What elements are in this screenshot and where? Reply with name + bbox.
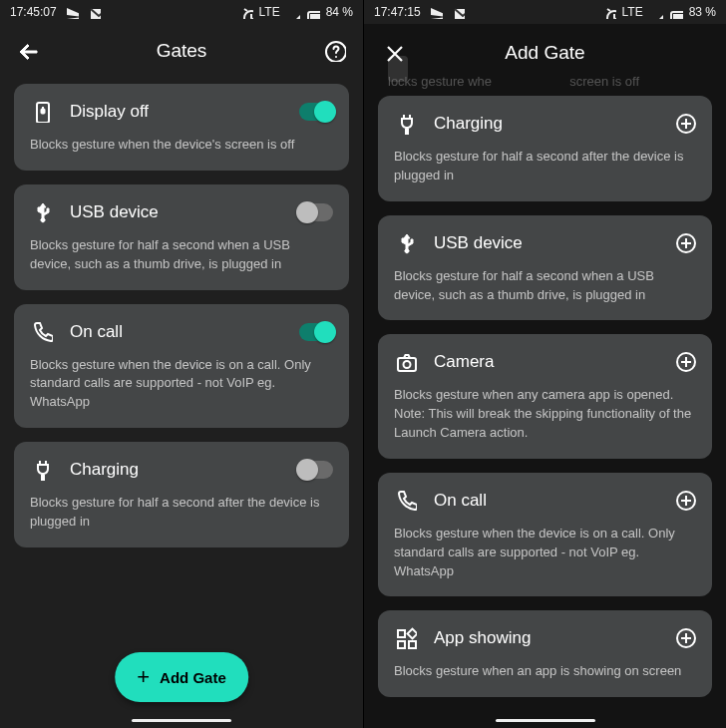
toggle-display-off[interactable] [299,103,333,121]
gate-desc: Blocks gesture for half a second when a … [30,236,333,274]
status-network: LTE [622,5,643,19]
add-gate-on-call[interactable]: On call Blocks gesture when the device i… [378,473,712,597]
usb-icon [30,200,54,224]
add-button[interactable] [676,491,696,511]
gate-on-call[interactable]: On call Blocks gesture when the device i… [14,304,349,429]
sheet-title: Add Gate [418,42,672,64]
phone-icon [394,489,418,513]
plug-icon [30,458,54,482]
add-gate-camera[interactable]: Camera Blocks gesture when any camera ap… [378,334,712,459]
status-battery: 84 % [326,5,353,19]
gate-desc: Blocks gesture when any camera app is op… [394,386,696,443]
telegram-icon [65,5,79,19]
alarm-icon [602,5,616,19]
gate-display-off[interactable]: Display off Blocks gesture when the devi… [14,84,349,171]
alarm-icon [239,5,253,19]
toggle-charging[interactable] [299,461,333,479]
battery-icon [306,5,320,19]
status-network: LTE [259,5,280,19]
status-bar: 17:45:07 LTE 84 % [0,0,363,24]
toggle-on-call[interactable] [299,323,333,341]
signal-icon [649,5,663,19]
telegram-icon [429,5,443,19]
signal-icon [286,5,300,19]
gate-desc: Blocks gesture for half a second when a … [394,267,696,305]
sheet-app-bar: Add Gate [378,24,712,82]
mail-icon [451,5,465,19]
gate-title: Camera [434,352,660,372]
nav-handle[interactable] [496,719,595,722]
add-gate-charging[interactable]: Charging Blocks gesture for half a secon… [378,96,712,201]
apps-icon [394,626,418,650]
help-button[interactable] [321,37,349,65]
status-battery: 83 % [689,5,716,19]
gate-title: On call [434,491,660,511]
close-button[interactable] [380,39,408,67]
gate-desc: Blocks gesture when the device's screen … [30,136,333,155]
gate-title: USB device [70,202,283,222]
gate-title: USB device [434,233,660,253]
back-button[interactable] [14,37,42,65]
add-button[interactable] [676,114,696,134]
add-gate-fab[interactable]: + Add Gate [115,652,248,702]
plus-icon: + [137,666,150,688]
gate-charging[interactable]: Charging Blocks gesture for half a secon… [14,442,349,547]
mail-icon [87,5,101,19]
gate-usb-device[interactable]: USB device Blocks gesture for half a sec… [14,184,349,290]
gate-title: App showing [434,628,660,648]
gate-title: Charging [70,460,283,480]
gate-desc: Blocks gesture for half a second after t… [30,494,333,532]
gate-desc: Blocks gesture when the device is on a c… [394,525,696,581]
status-time: 17:47:15 [374,5,421,19]
gate-title: Display off [70,102,283,122]
fab-label: Add Gate [160,669,226,686]
app-bar: Gates [0,24,363,78]
gates-list: Display off Blocks gesture when the devi… [0,78,363,728]
add-gate-app-showing[interactable]: App showing Blocks gesture when an app i… [378,610,712,697]
page-title: Gates [52,40,311,62]
add-button[interactable] [676,233,696,253]
gate-title: Charging [434,114,660,134]
gate-title: On call [70,322,283,342]
add-gate-usb-device[interactable]: USB device Blocks gesture for half a sec… [378,215,712,321]
gate-desc: Blocks gesture when the device is on a c… [30,356,333,413]
status-bar: 17:47:15 LTE 83 % [364,0,726,24]
status-time: 17:45:07 [10,5,57,19]
gate-desc: Blocks gesture for half a second after t… [394,148,696,185]
add-button[interactable] [676,628,696,648]
display-icon [30,100,54,124]
toggle-usb-device[interactable] [299,203,333,221]
gate-desc: Blocks gesture when an app is showing on… [394,662,696,681]
screen-gates: 17:45:07 LTE 84 % Gates Display off Bloc… [0,0,363,728]
camera-icon [394,350,418,374]
battery-icon [669,5,683,19]
screen-add-gate: 17:47:15 LTE 83 % locks gesture whe Add … [363,0,726,728]
add-button[interactable] [676,352,696,372]
nav-handle[interactable] [132,719,231,722]
phone-icon [30,320,54,344]
usb-icon [394,231,418,255]
plug-icon [394,112,418,136]
